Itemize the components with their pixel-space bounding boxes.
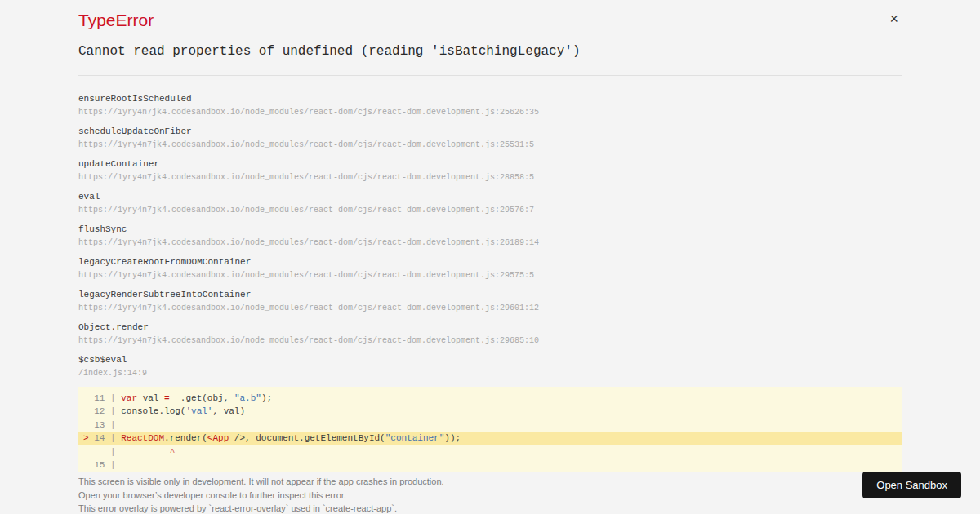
stack-function-name: scheduleUpdateOnFiber — [78, 126, 902, 137]
stack-source-location: https://1yry4n7jk4.codesandbox.io/node_m… — [78, 335, 902, 346]
line-number: 11 — [94, 393, 105, 403]
divider — [78, 75, 902, 76]
stack-source-location: https://1yry4n7jk4.codesandbox.io/node_m… — [78, 107, 902, 117]
stack-function-name: ensureRootIsScheduled — [78, 93, 902, 104]
stack-source-location: https://1yry4n7jk4.codesandbox.io/node_m… — [78, 205, 902, 215]
stack-function-name: $csb$eval — [78, 354, 902, 366]
stack-entry: updateContainerhttps://1yry4n7jk4.codesa… — [78, 158, 902, 183]
footer-notes: This screen is visible only in developme… — [78, 475, 902, 514]
stack-entry: Object.renderhttps://1yry4n7jk4.codesand… — [78, 321, 902, 346]
stack-source-location: /index.js:14:9 — [78, 368, 902, 379]
stack-function-name: eval — [78, 191, 902, 202]
stack-source-location: https://1yry4n7jk4.codesandbox.io/node_m… — [78, 270, 902, 281]
line-number: 12 — [94, 406, 105, 416]
stack-entry: flushSynchttps://1yry4n7jk4.codesandbox.… — [78, 224, 902, 248]
line-number: 15 — [94, 460, 105, 470]
code-line: 12 | console.log('val', val) — [78, 405, 902, 418]
stack-entry: scheduleUpdateOnFiberhttps://1yry4n7jk4.… — [78, 126, 902, 150]
code-line: 15 | — [78, 459, 902, 472]
code-line: > 14 | ReactDOM.render(<App />, document… — [78, 432, 902, 445]
stack-entry: legacyRenderSubtreeIntoContainerhttps://… — [78, 289, 902, 313]
open-sandbox-button[interactable]: Open Sandbox — [862, 472, 961, 498]
footer-note: This error overlay is powered by `react-… — [78, 502, 902, 514]
line-number: 13 — [94, 420, 105, 430]
close-icon[interactable]: × — [889, 11, 898, 26]
stack-source-location: https://1yry4n7jk4.codesandbox.io/node_m… — [78, 303, 902, 313]
footer-note: Open your browser’s developer console to… — [78, 489, 902, 503]
stack-entry: legacyCreateRootFromDOMContainerhttps://… — [78, 256, 902, 281]
stack-function-name: flushSync — [78, 224, 902, 235]
code-frame: 11 | var val = _.get(obj, "a.b"); 12 | c… — [78, 387, 902, 472]
stack-entry: evalhttps://1yry4n7jk4.codesandbox.io/no… — [78, 191, 902, 215]
stack-entry: ensureRootIsScheduledhttps://1yry4n7jk4.… — [78, 93, 902, 117]
stack-source-location: https://1yry4n7jk4.codesandbox.io/node_m… — [78, 140, 902, 150]
stack-source-location: https://1yry4n7jk4.codesandbox.io/node_m… — [78, 172, 902, 183]
stack-function-name: Object.render — [78, 321, 902, 333]
error-message: Cannot read properties of undefined (rea… — [78, 44, 902, 60]
line-number: 14 — [94, 433, 105, 443]
stack-trace: ensureRootIsScheduledhttps://1yry4n7jk4.… — [78, 93, 902, 379]
stack-function-name: legacyRenderSubtreeIntoContainer — [78, 289, 902, 300]
code-line: | ^ — [78, 445, 902, 459]
error-title: TypeError — [78, 10, 902, 30]
stack-source-location: https://1yry4n7jk4.codesandbox.io/node_m… — [78, 237, 902, 248]
stack-entry: $csb$eval/index.js:14:9 — [78, 354, 902, 379]
footer-note: This screen is visible only in developme… — [78, 475, 902, 489]
error-overlay: TypeError × Cannot read properties of un… — [78, 0, 902, 514]
code-line: 11 | var val = _.get(obj, "a.b"); — [78, 392, 902, 405]
line-number — [94, 447, 105, 457]
stack-function-name: updateContainer — [78, 158, 902, 170]
stack-function-name: legacyCreateRootFromDOMContainer — [78, 256, 902, 268]
code-line: 13 | — [78, 419, 902, 432]
